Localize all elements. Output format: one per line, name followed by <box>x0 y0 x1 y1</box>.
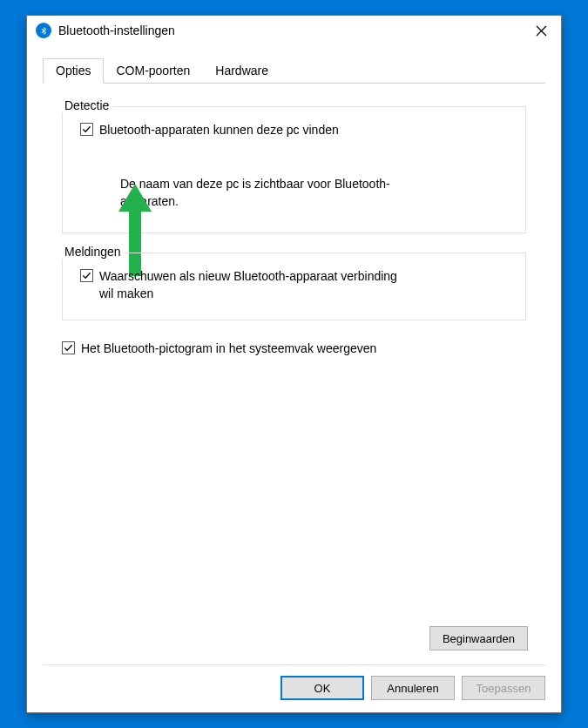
ok-button[interactable]: OK <box>280 676 364 700</box>
show-tray-icon-label: Het Bluetooth-pictogram in het systeemva… <box>81 340 376 357</box>
window-title: Bluetooth-instellingen <box>58 24 521 37</box>
detection-group: Detectie Bluetooth-apparaten kunnen deze… <box>62 106 526 233</box>
apply-button[interactable]: Toepassen <box>462 676 545 700</box>
tab-com-ports[interactable]: COM-poorten <box>103 58 203 84</box>
tray-icon-row: Het Bluetooth-pictogram in het systeemva… <box>62 340 526 357</box>
tab-content-options: Detectie Bluetooth-apparaten kunnen deze… <box>43 84 545 371</box>
action-bar: OK Annuleren Toepassen <box>27 665 561 712</box>
check-icon <box>64 343 73 353</box>
check-icon <box>82 271 91 280</box>
dialog-body: Opties COM-poorten Hardware Detectie Blu… <box>27 45 561 664</box>
bluetooth-icon <box>36 23 51 38</box>
check-icon <box>82 125 91 134</box>
notify-new-device-checkbox[interactable] <box>80 269 93 282</box>
discoverable-label: Bluetooth-apparaten kunnen deze pc vinde… <box>99 121 339 138</box>
show-tray-icon-checkbox[interactable] <box>62 341 75 354</box>
close-button[interactable] <box>521 16 561 45</box>
close-icon <box>536 25 547 37</box>
tab-hardware[interactable]: Hardware <box>202 58 281 84</box>
notifications-legend: Meldingen <box>61 245 125 259</box>
tab-options[interactable]: Opties <box>43 58 104 84</box>
notify-new-device-label: Waarschuwen als nieuw Bluetooth-apparaat… <box>99 267 413 302</box>
cancel-button[interactable]: Annuleren <box>371 676 455 700</box>
restore-defaults-button[interactable]: Beginwaarden <box>429 626 528 650</box>
discoverable-checkbox[interactable] <box>80 123 93 136</box>
titlebar: Bluetooth-instellingen <box>27 16 561 45</box>
tab-bar: Opties COM-poorten Hardware <box>43 57 545 84</box>
detection-legend: Detectie <box>61 98 112 112</box>
notifications-group: Meldingen Waarschuwen als nieuw Bluetoot… <box>62 253 526 320</box>
defaults-row: Beginwaarden <box>43 626 545 664</box>
bluetooth-settings-window: Bluetooth-instellingen Opties COM-poorte… <box>26 15 562 713</box>
detection-description: De naam van deze pc is zichtbaar voor Bl… <box>120 175 399 210</box>
